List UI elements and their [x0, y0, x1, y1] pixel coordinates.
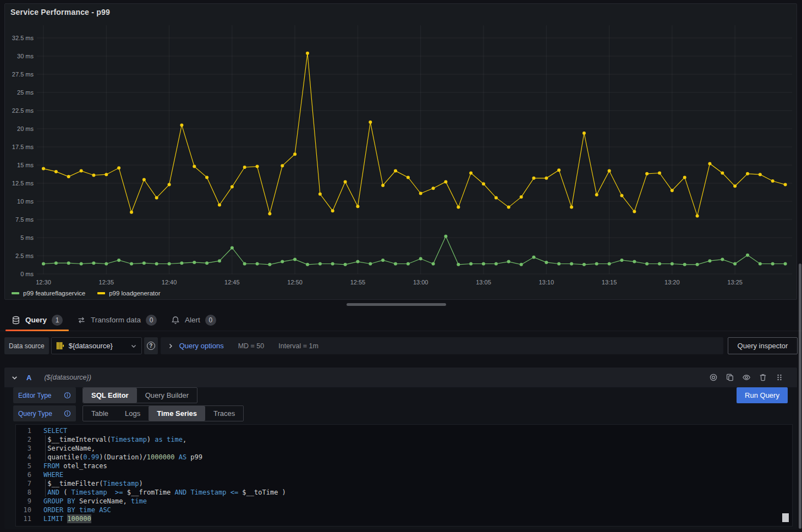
data-point: [432, 187, 435, 190]
code-line-9[interactable]: 9GROUP BY ServiceName, time: [16, 497, 792, 506]
sql-token: WHERE: [43, 470, 63, 479]
data-point: [432, 262, 435, 266]
query-type-option-traces[interactable]: Traces: [205, 406, 243, 421]
query-ref-id[interactable]: A: [26, 374, 31, 382]
data-point: [180, 123, 183, 127]
question-circle-icon: ?: [147, 342, 155, 350]
y-axis-tick-label: 30 ms: [17, 53, 34, 59]
query-type-label: Query Type: [13, 405, 76, 421]
editor-type-option-sql-editor[interactable]: SQL Editor: [83, 388, 137, 403]
page: Service Performance - p99 0 ms2.5 ms5 ms…: [0, 0, 802, 532]
data-point: [369, 120, 372, 124]
transform-icon: [77, 316, 86, 325]
data-point: [218, 204, 221, 207]
query-type-option-logs[interactable]: Logs: [117, 406, 149, 421]
y-axis-tick-label: 27.5 ms: [12, 71, 34, 78]
query-options-link[interactable]: Query options: [179, 342, 224, 350]
y-axis-tick-label: 25 ms: [17, 89, 34, 96]
data-point: [733, 262, 737, 266]
code-line-3[interactable]: 3 ServiceName,: [16, 444, 792, 453]
data-point: [344, 263, 347, 266]
vertical-scrollbar[interactable]: [799, 264, 801, 529]
sql-token: ): [139, 479, 142, 488]
data-point: [155, 196, 158, 199]
duplicate-query-icon[interactable]: [726, 373, 734, 382]
data-point: [130, 211, 133, 214]
code-line-4[interactable]: 4 quantile(0.99)(Duration)/1000000 AS p9…: [16, 453, 792, 462]
sql-token: $__fromTime: [123, 488, 175, 497]
legend-item-loadgenerator[interactable]: p99 loadgenerator: [97, 290, 160, 297]
data-point: [168, 183, 171, 187]
data-point: [67, 175, 70, 178]
query-type-option-table[interactable]: Table: [83, 406, 117, 421]
sql-token: Timestamp: [103, 479, 139, 488]
data-point: [130, 262, 133, 266]
tab-query[interactable]: Query 1: [4, 309, 70, 331]
tab-transform-data[interactable]: Transform data 0: [70, 309, 164, 331]
chevron-right-icon[interactable]: [167, 343, 174, 349]
data-point: [520, 195, 523, 199]
data-point: [784, 183, 787, 187]
code-line-8[interactable]: 8 AND ( Timestamp >= $__fromTime AND Tim…: [16, 488, 792, 497]
data-point: [331, 209, 334, 212]
transform-count-badge: 0: [146, 315, 157, 326]
info-icon[interactable]: [64, 392, 71, 399]
legend-swatch-green: [12, 292, 19, 294]
timeseries-chart[interactable]: 0 ms2.5 ms5 ms7.5 ms10 ms12.5 ms15 ms17.…: [5, 4, 796, 299]
sql-token: 0.99: [83, 453, 99, 462]
datasource-picker[interactable]: ${datasource}: [51, 337, 142, 354]
data-point: [608, 169, 611, 173]
x-axis-tick-label: 12:55: [350, 279, 366, 286]
run-query-button[interactable]: Run Query: [737, 387, 788, 403]
eye-icon[interactable]: [742, 373, 751, 382]
query-inspector-button[interactable]: Query inspector: [728, 337, 798, 354]
legend-item-featureflagservice[interactable]: p99 featureflagservice: [12, 290, 85, 297]
data-point: [80, 169, 83, 173]
data-point: [633, 260, 636, 264]
y-axis-tick-label: 5 ms: [20, 234, 34, 241]
drag-handle-icon[interactable]: [775, 373, 784, 382]
indent-guide: [45, 479, 46, 497]
code-line-10[interactable]: 10ORDER BY time ASC: [16, 506, 792, 514]
code-line-11[interactable]: 11LIMIT 100000: [16, 514, 792, 523]
code-line-7[interactable]: 7 $__timeFilter(Timestamp): [16, 479, 792, 488]
data-point: [142, 261, 146, 265]
data-point: [520, 263, 523, 266]
data-point: [394, 169, 397, 173]
sql-token: [107, 488, 115, 497]
code-line-5[interactable]: 5FROM otel_traces: [16, 462, 792, 470]
data-point: [620, 259, 623, 262]
sql-code-editor[interactable]: 1SELECT2 $__timeInterval(Timestamp) as t…: [15, 424, 793, 526]
code-line-6[interactable]: 6WHERE: [16, 470, 792, 479]
chart-series-p99-loadgenerator: [43, 53, 785, 216]
bell-icon: [171, 316, 180, 325]
datasource-help-button[interactable]: ?: [144, 337, 158, 354]
editor-type-option-query-builder[interactable]: Query Builder: [137, 388, 197, 403]
collapse-chevron-down-icon[interactable]: [11, 374, 18, 381]
query-type-option-time-series[interactable]: Time Series: [149, 406, 205, 421]
data-point: [268, 212, 271, 215]
code-line-2[interactable]: 2 $__timeInterval(Timestamp) as time,: [16, 435, 792, 444]
trash-icon[interactable]: [759, 373, 767, 382]
sql-token: LIMIT: [43, 514, 63, 523]
data-point: [645, 262, 649, 266]
editor-type-toggle-group: SQL EditorQuery Builder: [83, 387, 197, 403]
tab-alert[interactable]: Alert 0: [164, 309, 223, 331]
line-number: 3: [16, 444, 31, 453]
data-point: [457, 263, 460, 266]
y-axis-tick-label: 0 ms: [20, 271, 34, 277]
disable-query-icon[interactable]: [709, 373, 718, 382]
horizontal-scrollbar[interactable]: [347, 303, 446, 306]
info-icon[interactable]: [64, 410, 71, 417]
chart-series-p99-featureflagservice: [43, 236, 785, 264]
data-point: [218, 259, 221, 262]
data-point: [381, 259, 384, 262]
data-point: [193, 261, 196, 264]
data-point: [444, 234, 447, 238]
sql-token: 1000000: [147, 453, 175, 462]
query-count-badge: 1: [52, 315, 63, 326]
x-axis-tick-label: 13:25: [727, 279, 743, 286]
data-point: [281, 260, 284, 264]
code-line-1[interactable]: 1SELECT: [16, 426, 792, 435]
data-point: [671, 262, 674, 266]
